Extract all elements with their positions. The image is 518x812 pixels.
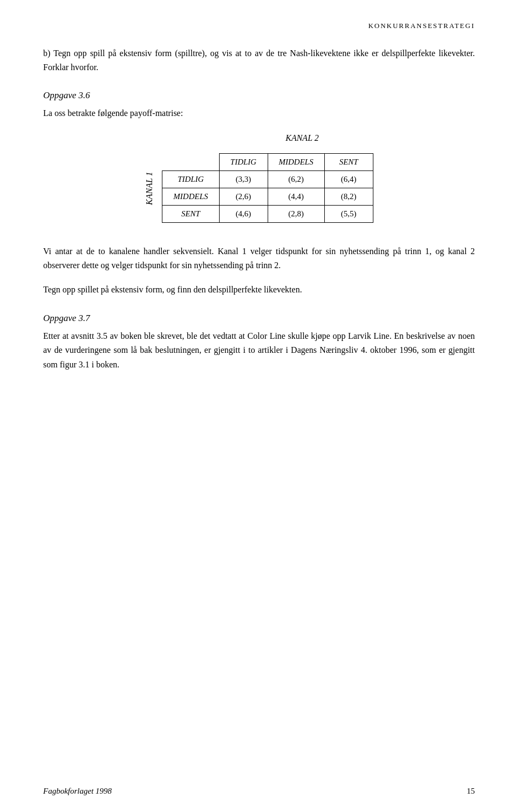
matrix-col-header-tidlig: TIDLIG: [219, 154, 268, 171]
footer-page-number: 15: [467, 787, 475, 796]
matrix-inner: KANAL 1 TIDLIG MIDDELS SENT TIDLIG: [145, 145, 373, 231]
oppgave-36-heading: Oppgave 3.6: [43, 90, 475, 101]
section-b-text: b) Tegn opp spill på ekstensiv form (spi…: [43, 46, 475, 74]
matrix-cell-s-t: (4,6): [219, 206, 268, 223]
section-b: b) Tegn opp spill på ekstensiv form (spi…: [43, 46, 475, 74]
footer-publisher: Fagbokforlaget 1998: [43, 787, 112, 796]
oppgave-36-section: Oppgave 3.6 La oss betrakte følgende pay…: [43, 90, 475, 297]
kanal1-side-label: KANAL 1: [145, 145, 154, 231]
matrix-cell-s-m: (2,8): [268, 206, 324, 223]
matrix-row-label-middels: MIDDELS: [162, 188, 219, 206]
page: KONKURRANSESTRATEGI b) Tegn opp spill på…: [0, 0, 518, 812]
header-title-text: KONKURRANSESTRATEGI: [368, 22, 475, 30]
matrix-row-middels: MIDDELS (2,6) (4,4) (8,2): [162, 188, 373, 206]
matrix-cell-t-m: (6,2): [268, 171, 324, 188]
matrix-cell-m-t: (2,6): [219, 188, 268, 206]
matrix-row-label-sent: SENT: [162, 206, 219, 223]
page-footer: Fagbokforlaget 1998 15: [43, 787, 475, 796]
matrix-col-header-middels: MIDDELS: [268, 154, 324, 171]
matrix-row-tidlig: TIDLIG (3,3) (6,2) (6,4): [162, 171, 373, 188]
matrix-corner-cell: [162, 154, 219, 171]
matrix-col-header-sent: SENT: [324, 154, 373, 171]
matrix-cell-m-s: (8,2): [324, 188, 373, 206]
matrix-cell-t-s: (6,4): [324, 171, 373, 188]
matrix-cell-s-s: (5,5): [324, 206, 373, 223]
oppgave-37-section: Oppgave 3.7 Etter at avsnitt 3.5 av boke…: [43, 313, 475, 372]
oppgave-37-heading: Oppgave 3.7: [43, 313, 475, 324]
payoff-matrix-table: TIDLIG MIDDELS SENT TIDLIG (3,3) (6,2) (…: [162, 153, 373, 223]
matrix-cell-t-t: (3,3): [219, 171, 268, 188]
payoff-matrix-wrapper: KANAL 2 KANAL 1 TIDLIG MIDDELS SENT: [43, 133, 475, 231]
matrix-row-sent: SENT (4,6) (2,8) (5,5): [162, 206, 373, 223]
oppgave-36-text1: Vi antar at de to kanalene handler sekve…: [43, 244, 475, 273]
page-header: KONKURRANSESTRATEGI: [43, 22, 475, 30]
kanal2-header-label: KANAL 2: [205, 133, 399, 143]
oppgave-36-text2: Tegn opp spillet på ekstensiv form, og f…: [43, 283, 475, 297]
oppgave-37-text1: Etter at avsnitt 3.5 av boken ble skreve…: [43, 329, 475, 372]
matrix-header-row: TIDLIG MIDDELS SENT: [162, 154, 373, 171]
matrix-cell-m-m: (4,4): [268, 188, 324, 206]
matrix-row-label-tidlig: TIDLIG: [162, 171, 219, 188]
oppgave-36-intro: La oss betrakte følgende payoff-matrise:: [43, 106, 475, 120]
